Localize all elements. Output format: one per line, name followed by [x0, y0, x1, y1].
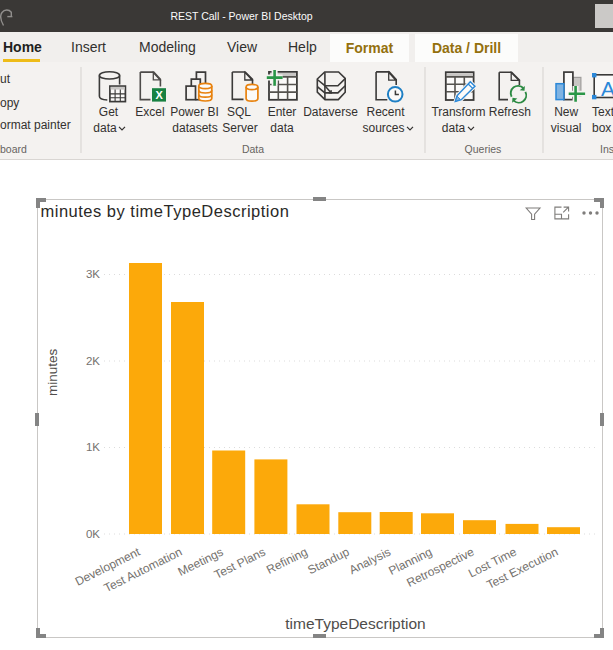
svg-text:Enter: Enter [268, 105, 297, 119]
svg-text:Ins: Ins [600, 143, 613, 155]
svg-text:1K: 1K [86, 441, 100, 453]
svg-text:3K: 3K [86, 268, 100, 280]
svg-text:timeTypeDescription: timeTypeDescription [285, 615, 425, 632]
svg-text:sources: sources [362, 121, 404, 135]
svg-text:New: New [554, 105, 578, 119]
svg-text:Excel: Excel [135, 105, 164, 119]
svg-text:data: data [270, 121, 294, 135]
svg-text:Recent: Recent [366, 105, 405, 119]
svg-text:Text: Text [592, 105, 613, 119]
svg-text:Queries: Queries [465, 143, 502, 155]
svg-text:Standup: Standup [305, 545, 352, 578]
svg-text:Power BI: Power BI [170, 105, 219, 119]
svg-text:visual: visual [551, 121, 582, 135]
svg-text:Analysis: Analysis [347, 545, 393, 577]
svg-text:Data: Data [242, 143, 264, 155]
svg-text:SQL: SQL [227, 105, 251, 119]
svg-text:board: board [0, 143, 27, 155]
svg-text:Refresh: Refresh [489, 105, 531, 119]
svg-text:Dataverse: Dataverse [303, 105, 358, 119]
svg-text:data: data [93, 121, 117, 135]
svg-text:data: data [442, 121, 466, 135]
svg-text:Server: Server [222, 121, 257, 135]
svg-text:box: box [592, 121, 611, 135]
svg-text:ormat painter: ormat painter [0, 118, 71, 132]
svg-text:minutes: minutes [46, 349, 61, 397]
svg-text:Get: Get [99, 105, 119, 119]
svg-text:ut: ut [0, 72, 11, 86]
svg-text:A: A [601, 77, 613, 100]
svg-text:opy: opy [0, 96, 19, 110]
svg-text:2K: 2K [86, 355, 100, 367]
svg-text:Refining: Refining [264, 545, 310, 577]
svg-text:X: X [155, 89, 163, 101]
svg-text:datasets: datasets [172, 121, 217, 135]
svg-text:0K: 0K [86, 528, 100, 540]
svg-text:Transform: Transform [431, 105, 485, 119]
